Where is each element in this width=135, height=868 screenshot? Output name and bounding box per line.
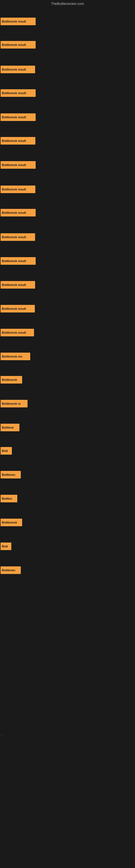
- bottleneck-label-12: Bottleneck result: [1, 281, 35, 289]
- bottleneck-label-23: Bott: [1, 542, 11, 550]
- bottleneck-label-16: Bottleneck: [1, 376, 22, 383]
- bottleneck-label-19: Bott: [1, 447, 12, 455]
- bottleneck-row-2: Bottleneck result: [0, 39, 135, 51]
- bottleneck-label-7: Bottleneck result: [1, 161, 36, 169]
- bottleneck-row-17: Bottleneck re: [0, 398, 135, 410]
- bottleneck-label-24: Bottlenec: [1, 566, 21, 574]
- bottleneck-row-10: Bottleneck result: [0, 231, 135, 243]
- bottleneck-row-21: Bottlen: [0, 493, 135, 504]
- bottleneck-label-2: Bottleneck result: [1, 41, 36, 49]
- bottleneck-label-17: Bottleneck re: [1, 400, 28, 407]
- bottleneck-label-13: Bottleneck result: [1, 305, 35, 312]
- bottleneck-row-4: Bottleneck result: [0, 87, 135, 99]
- bottleneck-row-7: Bottleneck result: [0, 159, 135, 171]
- bottleneck-row-13: Bottleneck result: [0, 303, 135, 315]
- bottleneck-label-22: Bottleneck: [1, 519, 22, 526]
- bottleneck-label-9: Bottleneck result: [1, 209, 36, 216]
- bottleneck-row-6: Bottleneck result: [0, 135, 135, 147]
- bottleneck-label-3: Bottleneck result: [1, 66, 35, 73]
- bottleneck-row-5: Bottleneck result: [0, 111, 135, 123]
- bottleneck-row-18: Bottlene: [0, 422, 135, 433]
- bottleneck-label-10: Bottleneck result: [1, 233, 35, 241]
- bottleneck-label-20: Bottlenec: [1, 471, 21, 478]
- bottleneck-row-20: Bottlenec: [0, 469, 135, 480]
- bottleneck-row-8: Bottleneck result: [0, 183, 135, 195]
- bottleneck-row-15: Bottleneck res: [0, 350, 135, 362]
- bottleneck-row-19: Bott: [0, 445, 135, 457]
- bottleneck-row-16: Bottleneck: [0, 374, 135, 386]
- ellipsis-row: ...: [1, 733, 3, 736]
- bottleneck-row-3: Bottleneck result: [0, 63, 135, 75]
- bottleneck-label-21: Bottlen: [1, 495, 17, 502]
- bottleneck-row-11: Bottleneck result: [0, 255, 135, 267]
- bottleneck-label-14: Bottleneck result: [1, 329, 34, 336]
- bottleneck-row-9: Bottleneck result: [0, 207, 135, 219]
- bottleneck-row-23: Bott: [0, 540, 135, 552]
- bottleneck-row-12: Bottleneck result: [0, 279, 135, 291]
- bottleneck-row-22: Bottleneck: [0, 517, 135, 528]
- bottleneck-label-8: Bottleneck result: [1, 186, 35, 193]
- bottleneck-label-15: Bottleneck res: [1, 352, 30, 360]
- bottleneck-label-5: Bottleneck result: [1, 113, 36, 121]
- bottleneck-label-1: Bottleneck result: [1, 18, 36, 25]
- bottleneck-label-11: Bottleneck result: [1, 257, 36, 265]
- bottleneck-row-24: Bottlenec: [0, 564, 135, 576]
- bottleneck-row-14: Bottleneck result: [0, 327, 135, 339]
- bottleneck-label-18: Bottlene: [1, 424, 19, 431]
- bottleneck-row-1: Bottleneck result: [0, 16, 135, 27]
- bottleneck-label-6: Bottleneck result: [1, 137, 35, 145]
- bottleneck-label-4: Bottleneck result: [1, 89, 36, 97]
- site-title: TheBottlenecker.com: [0, 0, 135, 7]
